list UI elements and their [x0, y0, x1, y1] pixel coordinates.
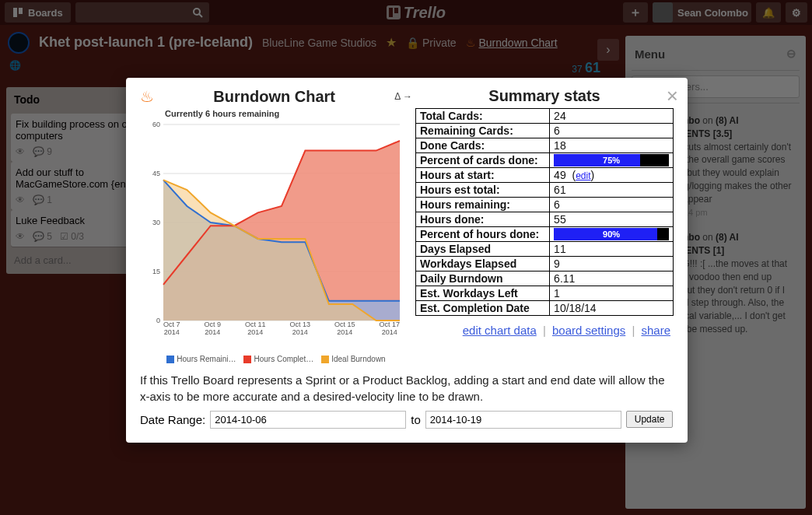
stat-key: Percent of hours done: — [416, 227, 550, 242]
x-tick: Oct 112014 — [245, 321, 266, 336]
delta-toggle[interactable]: Δ → — [394, 91, 412, 102]
stat-value: 6 — [550, 124, 674, 138]
x-tick: Oct 152014 — [334, 321, 355, 336]
stat-key: Remaining Cards: — [416, 124, 550, 138]
stat-value: 61 — [550, 183, 674, 198]
stat-key: Workdays Elapsed — [416, 257, 550, 272]
stat-key: Total Cards: — [416, 109, 550, 124]
progress-bar: 75% — [554, 154, 669, 166]
x-tick: Oct 72014 — [163, 321, 180, 336]
progress-bar: 90% — [554, 228, 669, 240]
stats-row: Remaining Cards:6 — [416, 124, 674, 138]
stats-row: Done Cards:18 — [416, 138, 674, 153]
stats-table: Total Cards:24Remaining Cards:6Done Card… — [415, 108, 674, 316]
stats-row: Percent of hours done:90% — [416, 227, 674, 242]
chart-legend: Hours Remaini…Hours Complet…Ideal Burndo… — [140, 355, 412, 363]
svg-text:60: 60 — [152, 121, 160, 128]
svg-text:45: 45 — [152, 170, 160, 177]
date-range-label: Date Range: — [140, 413, 205, 426]
stats-row: Hours remaining:6 — [416, 198, 674, 212]
stat-value: 10/18/14 — [550, 301, 674, 316]
edit-chart-link[interactable]: edit chart data — [463, 324, 537, 337]
stat-value: 1 — [550, 286, 674, 301]
board-settings-link[interactable]: board settings — [552, 324, 625, 337]
stat-value: 49 (edit) — [550, 168, 674, 183]
svg-text:30: 30 — [152, 219, 160, 226]
stats-row: Percent of cards done:75% — [416, 153, 674, 168]
close-icon: × — [667, 84, 678, 107]
burndown-chart: 015304560 Oct 72014Oct 92014Oct 112014Oc… — [140, 120, 404, 353]
svg-text:0: 0 — [156, 317, 160, 324]
stats-title: Summary stats — [415, 87, 674, 105]
chart-subtitle: Currently 6 hours remaining — [165, 109, 412, 118]
stat-value: 55 — [550, 212, 674, 227]
stat-key: Est. Completion Date — [416, 301, 550, 316]
flame-icon: ♨ — [140, 87, 154, 106]
x-tick: Oct 92014 — [204, 321, 221, 336]
edit-hours-link[interactable]: edit — [576, 170, 590, 181]
legend-item: Hours Complet… — [243, 355, 313, 363]
stat-key: Hours at start: — [416, 168, 550, 183]
modal-links: edit chart data | board settings | share — [415, 324, 674, 337]
stats-row: Workdays Elapsed9 — [416, 257, 674, 272]
stat-value: 90% — [550, 227, 674, 242]
stat-key: Hours done: — [416, 212, 550, 227]
stat-key: Est. Workdays Left — [416, 286, 550, 301]
legend-item: Ideal Burndown — [321, 355, 386, 363]
date-from-input[interactable] — [210, 411, 406, 429]
x-tick: Oct 132014 — [289, 321, 310, 336]
stats-row: Total Cards:24 — [416, 109, 674, 124]
stat-value: 6 — [550, 198, 674, 212]
close-button[interactable]: × — [667, 84, 678, 108]
stat-value: 18 — [550, 138, 674, 153]
stats-row: Hours done:55 — [416, 212, 674, 227]
stat-key: Percent of cards done: — [416, 153, 550, 168]
stat-key: Done Cards: — [416, 138, 550, 153]
stat-value: 24 — [550, 109, 674, 124]
stat-key: Days Elapsed — [416, 242, 550, 257]
stats-row: Est. Completion Date10/18/14 — [416, 301, 674, 316]
update-button[interactable]: Update — [626, 411, 674, 428]
stat-value: 6.11 — [550, 272, 674, 286]
date-range-row: Date Range: to Update — [140, 411, 674, 429]
stats-row: Hours at start:49 (edit) — [416, 168, 674, 183]
chart-column: ♨ Burndown Chart Δ → Currently 6 hours r… — [140, 87, 412, 363]
stat-key: Hours remaining: — [416, 198, 550, 212]
svg-text:15: 15 — [152, 268, 160, 275]
legend-item: Hours Remaini… — [166, 355, 236, 363]
x-tick: Oct 172014 — [379, 321, 400, 336]
stat-value: 11 — [550, 242, 674, 257]
stats-row: Est. Workdays Left1 — [416, 286, 674, 301]
stat-value: 75% — [550, 153, 674, 168]
hint-text: If this Trello Board represents a Sprint… — [140, 373, 674, 405]
date-to-input[interactable] — [425, 411, 621, 429]
burndown-modal: × ♨ Burndown Chart Δ → Currently 6 hours… — [126, 78, 688, 443]
stats-row: Days Elapsed11 — [416, 242, 674, 257]
stat-value: 9 — [550, 257, 674, 272]
chart-title: Burndown Chart — [162, 88, 387, 106]
to-label: to — [411, 413, 421, 426]
stat-key: Daily Burndown — [416, 272, 550, 286]
stat-key: Hours est total: — [416, 183, 550, 198]
share-link[interactable]: share — [641, 324, 670, 337]
stats-column: Summary stats Total Cards:24Remaining Ca… — [415, 87, 674, 363]
stats-row: Daily Burndown6.11 — [416, 272, 674, 286]
stats-row: Hours est total:61 — [416, 183, 674, 198]
